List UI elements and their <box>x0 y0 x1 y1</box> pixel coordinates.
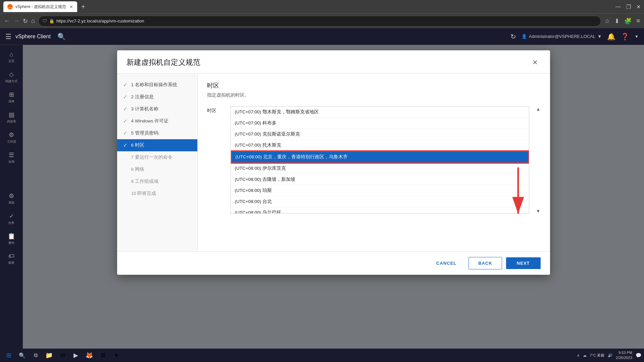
taskbar: ⊞ 🔍 ⧉ 📁 ✉ ▶ 🦊 🖥 ✦ ∧ ☁ 7°C 雾霾 🔊 9:53 PM 2… <box>0 349 644 362</box>
step-item-6[interactable]: ✓ 6 时区 <box>117 139 197 151</box>
hamburger-icon[interactable]: ☰ <box>5 33 11 41</box>
sidebar: ⌂ 主页 ◇ 快捷方式 ⊞ 清单 ▤ 内容库 ⚙ 工作流 ☰ 全局 ⚙ 系统 ✓ <box>0 45 23 349</box>
mail-icon: ✉ <box>60 352 65 359</box>
refresh-icon[interactable]: ↻ <box>510 33 516 41</box>
back-button[interactable]: BACK <box>468 257 502 269</box>
next-button[interactable]: NEXT <box>506 257 541 269</box>
taskbar-chevron-up-icon[interactable]: ∧ <box>577 353 580 358</box>
bookmark-icon[interactable]: ☆ <box>604 17 610 25</box>
taskbar-app2[interactable]: ✦ <box>110 349 122 361</box>
taskbar-terminal[interactable]: ▶ <box>70 349 82 361</box>
taskbar-app1[interactable]: 🖥 <box>97 349 109 361</box>
sidebar-item-shortcuts[interactable]: ◇ 快捷方式 <box>0 67 23 87</box>
firefox-icon: 🦊 <box>86 352 93 359</box>
notifications-icon[interactable]: 🔔 <box>607 33 615 41</box>
taskbar-notification-button[interactable]: 💬 <box>636 353 641 358</box>
home-nav-button[interactable]: ⌂ <box>31 17 35 24</box>
step-2-check-icon: ✓ <box>123 94 129 100</box>
sidebar-item-home[interactable]: ⌂ 主页 <box>0 48 23 67</box>
timezone-item-8[interactable]: (UTC+08:00) 台北 <box>231 196 529 207</box>
step-item-5[interactable]: ✓ 5 管理员密码 <box>117 127 197 139</box>
address-text: https://vc7-2.yz.local/ui/app/vm-customi… <box>56 18 144 23</box>
reload-nav-button[interactable]: ↻ <box>23 17 28 25</box>
nav-right-icons: ☆ ⬇ 🧩 ≡ <box>604 17 640 25</box>
main-layout: ⌂ 主页 ◇ 快捷方式 ⊞ 清单 ▤ 内容库 ⚙ 工作流 ☰ 全局 ⚙ 系统 ✓ <box>0 45 644 349</box>
taskbar-task-view-button[interactable]: ⧉ <box>30 349 42 361</box>
scroll-down-icon[interactable]: ▼ <box>536 208 541 214</box>
step-item-7[interactable]: 7 要运行一次的命令 <box>117 151 197 163</box>
forward-nav-button[interactable]: → <box>13 17 19 24</box>
maximize-button[interactable]: ❐ <box>626 4 631 10</box>
browser-tab[interactable]: 🦊 vSphere - 虚拟机自定义规范 ✕ <box>3 1 77 12</box>
extensions-icon[interactable]: 🧩 <box>624 17 632 25</box>
sidebar-label-inventory: 清单 <box>8 99 14 104</box>
sidebar-item-inventory[interactable]: ⊞ 清单 <box>0 88 23 107</box>
start-button[interactable]: ⊞ <box>3 349 15 361</box>
taskbar-firefox[interactable]: 🦊 <box>83 349 95 361</box>
lock-icon: 🔒 <box>49 18 54 23</box>
menu-icon[interactable]: ≡ <box>636 17 640 24</box>
sidebar-item-tags[interactable]: 🏷 标签 <box>0 249 23 268</box>
back-nav-button[interactable]: ← <box>4 17 10 24</box>
taskbar-search-button[interactable]: 🔍 <box>16 349 28 361</box>
section-title: 时区 <box>207 82 541 90</box>
timezone-item-2[interactable]: (UTC+07:00) 克拉斯诺亚尔斯克 <box>231 129 529 140</box>
timezone-item-9[interactable]: (UTC+08:00) 乌兰巴托 <box>231 207 529 214</box>
timezone-item-3[interactable]: (UTC+07:00) 托木斯克 <box>231 140 529 151</box>
browser-window-controls: — ❐ ✕ <box>615 4 641 10</box>
tab-close-icon[interactable]: ✕ <box>69 4 73 9</box>
taskbar-time-date: 9:53 PM 2/26/2023 <box>616 350 632 361</box>
scroll-up-icon[interactable]: ▲ <box>536 106 541 112</box>
sidebar-label-events: 事件 <box>8 241 14 245</box>
minimize-button[interactable]: — <box>615 4 621 10</box>
taskbar-file-explorer[interactable]: 📁 <box>43 349 55 361</box>
timezone-item-7[interactable]: (UTC+08:00) 珀斯 <box>231 185 529 196</box>
content-sidebar-icon: ▤ <box>9 111 14 118</box>
sidebar-item-global[interactable]: ☰ 全局 <box>0 148 23 167</box>
download-icon[interactable]: ⬇ <box>614 17 620 25</box>
new-tab-button[interactable]: + <box>81 3 85 11</box>
taskbar-speaker-icon[interactable]: 🔊 <box>608 353 612 358</box>
step-6-label: 6 时区 <box>131 142 144 148</box>
dialog-close-button[interactable]: ✕ <box>530 57 541 68</box>
sidebar-item-tasks[interactable]: ✓ 任务 <box>0 209 23 228</box>
sidebar-item-content[interactable]: ▤ 内容库 <box>0 108 23 127</box>
step-3-label: 3 计算机名称 <box>131 106 158 112</box>
step-item-3[interactable]: ✓ 3 计算机名称 <box>117 103 197 115</box>
step-item-9[interactable]: 9 工作组或域 <box>117 175 197 188</box>
sidebar-label-home: 主页 <box>8 59 14 63</box>
timezone-item-0[interactable]: (UTC+07:00) 鄂木斯克，鄂姆斯克省地区 <box>231 107 529 118</box>
address-bar[interactable]: 🛡 🔒 https://vc7-2.yz.local/ui/app/vm-cus… <box>38 16 601 27</box>
sidebar-label-content: 内容库 <box>7 119 16 124</box>
user-chevron-icon: ▼ <box>597 34 602 39</box>
taskbar-app2-icon: ✦ <box>114 352 119 359</box>
sidebar-label-workflow: 工作流 <box>7 140 16 144</box>
sidebar-item-workflow[interactable]: ⚙ 工作流 <box>0 128 23 147</box>
timezone-item-1[interactable]: (UTC+07:00) 科布多 <box>231 118 529 129</box>
sidebar-item-events[interactable]: 📋 事件 <box>0 229 23 249</box>
timezone-item-5[interactable]: (UTC+08:00) 伊尔库茨克 <box>231 163 529 174</box>
sidebar-item-system[interactable]: ⚙ 系统 <box>0 189 23 208</box>
vsphere-header: ☰ vSphere Client 🔍 ↻ 👤 Administrator@VSP… <box>0 28 644 45</box>
close-button[interactable]: ✕ <box>636 4 641 10</box>
timezone-list-container[interactable]: (UTC+07:00) 鄂木斯克，鄂姆斯克省地区 (UTC+07:00) 科布多… <box>231 106 529 214</box>
step-item-2[interactable]: ✓ 2 注册信息 <box>117 91 197 103</box>
step-3-check-icon: ✓ <box>123 106 129 112</box>
step-2-label: 2 注册信息 <box>131 94 154 100</box>
step-4-label: 4 Windows 许可证 <box>131 118 169 124</box>
help-icon[interactable]: ❓ <box>621 33 629 41</box>
cancel-button[interactable]: CANCEL <box>428 257 464 269</box>
step-item-10[interactable]: 10 即将完成 <box>117 188 197 200</box>
search-icon[interactable]: 🔍 <box>57 33 66 41</box>
step-item-4[interactable]: ✓ 4 Windows 许可证 <box>117 115 197 127</box>
dialog-overlay: 新建虚拟机自定义规范 ✕ ✓ 1 名称和目标操作系统 ✓ 2 注册信息 <box>23 45 644 349</box>
timezone-item-selected[interactable]: (UTC+08:00) 北京，重庆，香港特别行政区，乌鲁木齐 <box>231 151 529 163</box>
step-item-1[interactable]: ✓ 1 名称和目标操作系统 <box>117 79 197 91</box>
tasks-sidebar-icon: ✓ <box>9 212 14 220</box>
sidebar-label-system: 系统 <box>8 201 14 205</box>
step-7-label: 7 要运行一次的命令 <box>131 154 172 160</box>
user-dropdown[interactable]: 👤 Administrator@VSPHERE.LOCAL ▼ <box>522 34 602 39</box>
step-item-8[interactable]: 8 网络 <box>117 163 197 175</box>
timezone-item-6[interactable]: (UTC+08:00) 吉隆坡，新加坡 <box>231 174 529 185</box>
taskbar-mail[interactable]: ✉ <box>56 349 68 361</box>
